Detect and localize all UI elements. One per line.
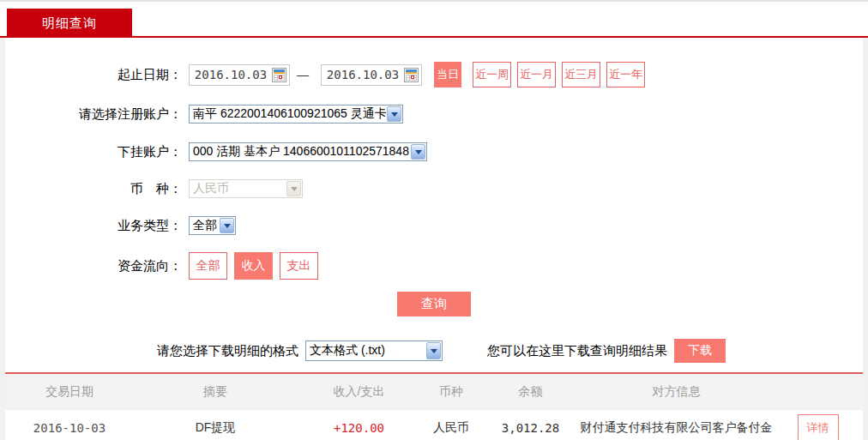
business-type-select[interactable]: 全部 (189, 216, 236, 235)
header-transaction-date: 交易日期 (5, 384, 134, 400)
cell-balance: 3,012.28 (481, 421, 580, 435)
cell-amount: +120.00 (297, 421, 421, 435)
fund-flow-label: 资金流向： (5, 258, 182, 274)
download-format-label: 请您选择下载明细的格式 (157, 343, 298, 359)
transactions-table: 交易日期 摘要 收入/支出 币种 余额 对方信息 2016-10-03 DF提现… (5, 372, 863, 440)
date-range-label: 起止日期： (5, 67, 182, 83)
quick-range-week-button[interactable]: 近一周 (473, 62, 511, 87)
chevron-down-icon (426, 342, 441, 359)
currency-row: 币 种： 人民币 (5, 179, 863, 198)
date-separator: — (297, 68, 309, 81)
sub-account-select[interactable]: 000 活期 基本户 1406600101102571848 (189, 142, 427, 161)
calendar-icon[interactable] (404, 68, 419, 82)
flow-all-button[interactable]: 全部 (189, 252, 227, 280)
business-type-value: 全部 (190, 218, 219, 233)
chevron-down-icon (387, 106, 401, 122)
detail-button[interactable]: 详情 (798, 414, 839, 440)
download-format-value: 文本格式 (.txt) (306, 343, 425, 359)
download-format-select[interactable]: 文本格式 (.txt) (305, 341, 443, 361)
chevron-down-icon (286, 181, 301, 196)
flow-expense-button[interactable]: 支出 (280, 252, 318, 280)
header-income-expense: 收入/支出 (297, 384, 421, 400)
cell-counterparty: 财付通支付科技有限公司客户备付金 (580, 420, 773, 436)
header-currency: 币种 (421, 384, 481, 400)
sub-account-label: 下挂账户： (5, 144, 182, 160)
business-type-row: 业务类型： 全部 (5, 216, 863, 235)
register-account-value: 南平 6222001406100921065 灵通卡 (190, 106, 386, 122)
query-button[interactable]: 查询 (397, 292, 471, 316)
register-account-row: 请选择注册账户： 南平 6222001406100921065 灵通卡 (5, 105, 863, 124)
cell-transaction-date: 2016-10-03 (5, 421, 134, 435)
date-from-value: 2016.10.03 (190, 68, 272, 81)
currency-value: 人民币 (190, 181, 286, 196)
sub-account-row: 下挂账户： 000 活期 基本户 1406600101102571848 (5, 142, 863, 161)
table-header-row: 交易日期 摘要 收入/支出 币种 余额 对方信息 (5, 374, 863, 409)
table-row: 2016-10-03 DF提现 +120.00 人民币 3,012.28 财付通… (5, 409, 863, 440)
register-account-label: 请选择注册账户： (5, 106, 182, 123)
query-button-row: 查询 (5, 292, 863, 316)
date-to-value: 2016.10.03 (322, 68, 404, 81)
flow-income-button[interactable]: 收入 (234, 252, 273, 280)
date-range-row: 起止日期： 2016.10.03 — 2016.10.03 当日 近一周 近一月… (5, 62, 863, 87)
fund-flow-row: 资金流向： 全部 收入 支出 (5, 252, 863, 280)
currency-select: 人民币 (189, 179, 303, 198)
chevron-down-icon (220, 218, 234, 233)
cell-currency: 人民币 (421, 420, 481, 436)
cell-summary: DF提现 (134, 420, 297, 436)
calendar-icon[interactable] (272, 68, 286, 82)
download-row: 请您选择下载明细的格式 文本格式 (.txt) 您可以在这里下载查询明细结果 下… (5, 339, 863, 363)
header-balance: 余额 (481, 384, 580, 400)
chevron-down-icon (411, 144, 425, 160)
register-account-select[interactable]: 南平 6222001406100921065 灵通卡 (189, 105, 403, 124)
tab-detail-query[interactable]: 明细查询 (7, 9, 132, 38)
date-from-input[interactable]: 2016.10.03 (189, 64, 290, 86)
quick-range-today-button[interactable]: 当日 (434, 62, 461, 87)
tab-bar: 明细查询 (0, 0, 868, 38)
quick-range-quarter-button[interactable]: 近三月 (562, 62, 600, 87)
currency-label: 币 种： (5, 181, 182, 197)
query-form: 起止日期： 2016.10.03 — 2016.10.03 当日 近一周 近一月… (5, 38, 863, 316)
download-button[interactable]: 下载 (674, 339, 726, 363)
cell-actions: 详情 (773, 414, 863, 440)
query-panel: 起止日期： 2016.10.03 — 2016.10.03 当日 近一周 近一月… (5, 38, 863, 438)
date-to-input[interactable]: 2016.10.03 (321, 64, 422, 86)
business-type-label: 业务类型： (5, 218, 182, 234)
quick-range-year-button[interactable]: 近一年 (606, 62, 645, 87)
sub-account-value: 000 活期 基本户 1406600101102571848 (190, 144, 410, 160)
header-counterparty: 对方信息 (580, 384, 773, 400)
header-summary: 摘要 (134, 384, 297, 400)
download-hint: 您可以在这里下载查询明细结果 (487, 343, 667, 359)
quick-range-month-button[interactable]: 近一月 (517, 62, 556, 87)
